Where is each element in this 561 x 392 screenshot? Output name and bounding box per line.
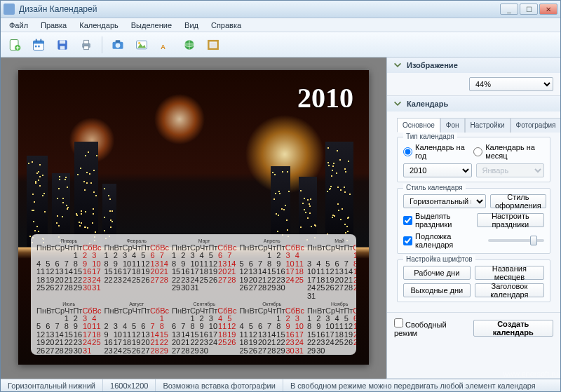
zoom-combo[interactable]: 44% [469,77,553,91]
svg-rect-10 [60,46,65,49]
svg-point-15 [116,43,121,48]
titlebar: Дизайн Календарей _ ☐ ✕ [1,1,560,18]
calendar-section-header[interactable]: Календарь [387,96,560,111]
canvas-area[interactable]: 2010 ЯнварьПнВтСрЧтПтСбВс000012345678910… [1,58,386,379]
year-radio-label[interactable]: Календарь на год [403,143,465,160]
calendar-section-body: ОсновноеФонНастройкиФотографияУкрашения … [387,111,560,312]
app-window: Дизайн Календарей _ ☐ ✕ ФайлПравкаКаленд… [0,0,561,392]
mini-month: НоябрьПнВтСрЧтПтСбВс12345678910111213141… [307,302,356,356]
slider-thumb[interactable] [530,236,537,245]
svg-rect-3 [34,41,44,43]
mini-month: АвгустПнВтСрЧтПтСбВс00000012345678910111… [104,302,168,356]
tab-2[interactable]: Настройки [465,118,511,133]
mini-month: ЯнварьПнВтСрЧтПтСбВс00001234567891011121… [36,238,101,300]
mini-month: АпрельПнВтСрЧтПтСбВс00012345678910111213… [239,238,304,300]
mini-month: ИюльПнВтСрЧтПтСбВс0001234567891011121314… [36,302,101,356]
free-mode-label[interactable]: Свободный режим [394,318,462,337]
calendar-section: Календарь ОсновноеФонНастройкиФотография… [387,96,560,379]
mini-month: МайПнВтСрЧтПтСбВс00000123456789101112131… [307,238,356,300]
month-radio-label[interactable]: Календарь на месяц [473,143,544,160]
year-radio-text: Календарь на год [415,143,465,160]
picture-button[interactable] [132,35,151,55]
save-button[interactable] [53,35,72,55]
weekends-font-button[interactable]: Выходные дни [403,283,471,297]
calendar-type-group: Тип календаря Календарь на год Календарь… [397,137,550,182]
svg-rect-7 [38,45,40,47]
year-label: 2010 [297,81,353,114]
image-section-header[interactable]: Изображение [387,58,560,73]
calendar-header-font-button[interactable]: Заголовок календаря [475,283,544,297]
menubar: ФайлПравкаКалендарьВыделениеВидСправка [1,18,560,32]
svg-rect-6 [35,45,37,47]
backdrop-text: Подложка календаря [415,232,480,249]
year-select[interactable]: 2010 [403,163,472,177]
calendar-preview[interactable]: 2010 ЯнварьПнВтСрЧтПтСбВс000012345678910… [18,70,369,365]
menu-calendar[interactable]: Календарь [74,20,124,31]
status-free-hint: В свободном режиме можно передвигать люб… [283,379,560,391]
menu-file[interactable]: Файл [4,20,34,31]
workdays-font-button[interactable]: Рабочие дни [403,266,471,280]
calendar-grid-overlay: ЯнварьПнВтСрЧтПтСбВс00001234567891011121… [31,234,356,355]
month-select[interactable]: Январь [476,163,545,177]
calendar-style-group: Стиль календаря Горизонтальный нижний Ст… [397,188,550,254]
highlight-holidays-text: Выделять праздники [415,212,468,229]
tab-3[interactable]: Фотография [511,118,560,133]
svg-rect-16 [116,40,121,42]
text-button[interactable]: A [156,35,175,55]
svg-text:A: A [161,43,165,50]
status-hint: Возможна вставка фотографии [156,379,283,391]
status-bar: Горизонтальный нижний 1600x1200 Возможна… [1,379,560,391]
calendar-tabs: ОсновноеФонНастройкиФотографияУкрашения [397,117,550,133]
svg-point-19 [138,41,140,43]
svg-rect-24 [210,42,216,47]
chevron-down-icon [393,60,403,70]
highlight-holidays-label[interactable]: Выделять праздники [403,212,468,229]
style-button[interactable]: Стиль оформления [490,194,546,208]
panel-bottom-row: Свободный режим Создать календарь [387,312,560,343]
minimize-button[interactable]: _ [500,4,518,15]
group-title: Настройка шрифтов [403,255,475,263]
group-title: Тип календаря [403,133,457,140]
configure-holidays-button[interactable]: Настроить праздники [477,213,544,227]
toolbar-separator [102,36,102,53]
month-radio-text: Календарь на месяц [485,143,544,160]
image-section-title: Изображение [407,61,458,69]
year-radio[interactable] [403,147,412,156]
create-calendar-button[interactable]: Создать календарь [473,320,553,337]
print-button[interactable] [76,35,96,55]
zoom-row: 44% [387,73,560,95]
month-radio[interactable] [473,147,482,156]
highlight-holidays-checkbox[interactable] [403,216,412,225]
backdrop-checkbox[interactable] [403,236,412,245]
window-buttons: _ ☐ ✕ [500,4,557,15]
frame-button[interactable] [203,35,223,55]
menu-help[interactable]: Справка [205,20,247,31]
toolbar: A [1,32,560,58]
tab-0[interactable]: Основное [397,118,440,133]
tab-1[interactable]: Фон [440,118,465,133]
backdrop-label[interactable]: Подложка календаря [403,232,480,249]
app-icon [4,4,15,15]
mini-month: МартПнВтСрЧтПтСбВс1234567891011121314151… [172,238,236,300]
menu-selection[interactable]: Выделение [126,20,177,31]
photo-button[interactable] [108,35,128,55]
maximize-button[interactable]: ☐ [520,4,538,15]
svg-rect-4 [36,39,37,41]
mini-month: СентябрьПнВтСрЧтПтСбВс001234567891011121… [172,302,236,356]
chevron-down-icon [393,99,403,109]
globe-button[interactable] [180,35,199,55]
free-mode-checkbox[interactable] [394,318,403,327]
calendar-section-title: Календарь [407,100,448,108]
new-button[interactable] [5,35,25,55]
backdrop-opacity-slider[interactable] [488,239,544,242]
close-button[interactable]: ✕ [539,4,557,15]
month-names-font-button[interactable]: Названия месяцев [475,266,544,280]
svg-rect-13 [84,46,89,49]
menu-edit[interactable]: Правка [35,20,72,31]
layout-select[interactable]: Горизонтальный нижний [403,194,486,208]
svg-rect-12 [84,40,89,43]
calendar-button[interactable] [29,35,48,55]
fonts-group: Настройка шрифтов Рабочие дни Названия м… [397,259,550,302]
menu-view[interactable]: Вид [179,20,204,31]
svg-rect-9 [60,40,65,43]
